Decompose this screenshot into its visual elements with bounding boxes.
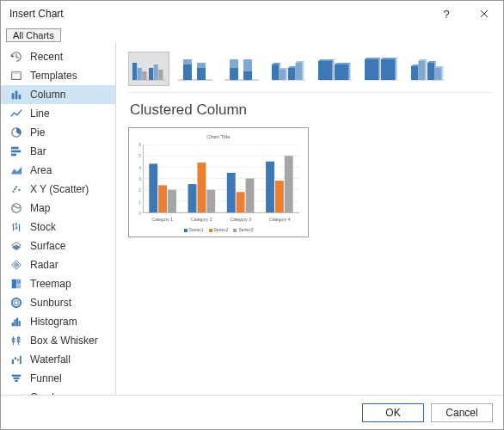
pie-icon <box>9 126 23 139</box>
svg-marker-90 <box>365 58 381 59</box>
sidebar-item-recent[interactable]: Recent <box>1 47 115 66</box>
svg-rect-39 <box>12 359 14 364</box>
ok-button[interactable]: OK <box>362 403 424 422</box>
chart-plot <box>143 144 299 213</box>
chart-preview[interactable]: Chart Title0123456Category 1Category 2Ca… <box>128 127 309 237</box>
ytick-label: 4 <box>134 165 141 170</box>
radar-icon <box>9 258 23 272</box>
ytick-label: 3 <box>134 176 141 181</box>
svg-rect-120 <box>188 184 197 212</box>
svg-rect-33 <box>16 318 18 327</box>
svg-rect-52 <box>142 71 146 80</box>
svg-rect-79 <box>296 63 303 80</box>
svg-rect-65 <box>243 59 252 71</box>
svg-rect-10 <box>11 154 16 157</box>
column-icon <box>9 88 23 101</box>
svg-point-30 <box>14 300 18 304</box>
waterfall-icon <box>9 353 23 366</box>
sidebar-item-xy[interactable]: X Y (Scatter) <box>1 180 115 199</box>
sidebar-item-map[interactable]: Map <box>1 199 115 218</box>
svg-rect-3 <box>12 72 22 75</box>
svg-rect-92 <box>365 59 379 80</box>
svg-rect-60 <box>197 63 206 68</box>
sidebar-item-stock[interactable]: Stock <box>1 218 115 236</box>
content-pane: Clustered Column Chart Title0123456Categ… <box>116 42 503 395</box>
sidebar-item-waterfall[interactable]: Waterfall <box>1 350 115 369</box>
svg-rect-84 <box>318 61 333 80</box>
area-icon <box>9 163 23 177</box>
column-subtype-6[interactable] <box>407 52 448 86</box>
svg-rect-41 <box>17 359 19 361</box>
close-icon <box>480 9 489 18</box>
sidebar-item-label: Box & Whisker <box>30 335 98 347</box>
sidebar-item-boxwhisker[interactable]: Box & Whisker <box>1 331 115 350</box>
svg-rect-123 <box>227 173 236 212</box>
svg-rect-121 <box>197 163 206 212</box>
svg-point-15 <box>14 188 15 190</box>
ytick-label: 5 <box>134 153 141 158</box>
sunburst-icon <box>9 296 23 310</box>
svg-rect-54 <box>154 64 158 80</box>
sidebar-item-area[interactable]: Area <box>1 161 115 180</box>
surface-icon <box>9 239 23 253</box>
sidebar-item-column[interactable]: Column <box>1 85 115 104</box>
column-subtype-3[interactable] <box>267 52 309 86</box>
sidebar-item-label: Stock <box>30 221 56 233</box>
sidebar-item-treemap[interactable]: Treemap <box>1 274 115 293</box>
close-button[interactable] <box>465 1 503 27</box>
svg-rect-40 <box>15 357 16 359</box>
category-labels: Category 1Category 2Category 3Category 4 <box>143 217 299 222</box>
help-button[interactable]: ? <box>427 1 465 27</box>
templates-icon <box>9 69 23 83</box>
column-subtype-0[interactable] <box>128 52 169 86</box>
column-subtype-2[interactable] <box>221 52 262 86</box>
sidebar-item-label: Radar <box>30 259 58 271</box>
svg-rect-58 <box>183 59 192 64</box>
sidebar-item-bar[interactable]: Bar <box>1 142 115 161</box>
subtype-title: Clustered Column <box>130 101 493 119</box>
sidebar-item-histogram[interactable]: Histogram <box>1 312 115 331</box>
sidebar-item-funnel[interactable]: Funnel <box>1 369 115 388</box>
svg-marker-86 <box>349 63 351 80</box>
sidebar-item-combo[interactable]: Combo <box>1 388 115 395</box>
svg-rect-125 <box>246 179 255 213</box>
sidebar-item-radar[interactable]: Radar <box>1 255 115 274</box>
sidebar-item-label: Line <box>30 108 50 120</box>
sidebar-item-pie[interactable]: Pie <box>1 123 115 142</box>
svg-rect-8 <box>11 147 19 150</box>
cancel-button[interactable]: Cancel <box>431 403 493 422</box>
treemap-icon <box>9 277 23 291</box>
sidebar-item-label: Surface <box>30 240 65 252</box>
ytick-label: 0 <box>134 211 141 216</box>
svg-rect-126 <box>266 162 274 212</box>
svg-rect-43 <box>12 375 22 377</box>
column-subtype-1[interactable] <box>175 52 216 86</box>
svg-rect-31 <box>12 322 14 326</box>
titlebar: Insert Chart ? <box>1 1 503 27</box>
sidebar-item-templates[interactable]: Templates <box>1 66 115 85</box>
svg-rect-70 <box>272 64 279 80</box>
svg-rect-109 <box>435 68 442 80</box>
tabs-row: All Charts <box>1 27 503 42</box>
sidebar-item-sunburst[interactable]: Sunburst <box>1 293 115 312</box>
tab-all-charts[interactable]: All Charts <box>6 28 61 42</box>
svg-marker-102 <box>426 59 427 80</box>
svg-point-14 <box>18 189 20 191</box>
column-subtype-4[interactable] <box>314 52 355 86</box>
svg-marker-91 <box>379 58 381 80</box>
svg-rect-51 <box>138 68 142 80</box>
map-icon <box>9 201 23 215</box>
svg-rect-119 <box>168 190 176 212</box>
svg-rect-124 <box>237 192 245 212</box>
sidebar-item-surface[interactable]: Surface <box>1 236 115 255</box>
sidebar-item-line[interactable]: Line <box>1 104 115 123</box>
svg-rect-27 <box>16 280 21 284</box>
dialog-title: Insert Chart <box>9 8 64 20</box>
column-subtype-5[interactable] <box>360 52 402 86</box>
svg-rect-45 <box>15 380 18 382</box>
bar-icon <box>9 144 23 158</box>
xy-icon <box>9 182 23 196</box>
svg-rect-118 <box>158 185 167 212</box>
chart-type-sidebar: RecentTemplatesColumnLinePieBarAreaX Y (… <box>1 42 116 395</box>
sidebar-item-label: Area <box>30 164 52 176</box>
